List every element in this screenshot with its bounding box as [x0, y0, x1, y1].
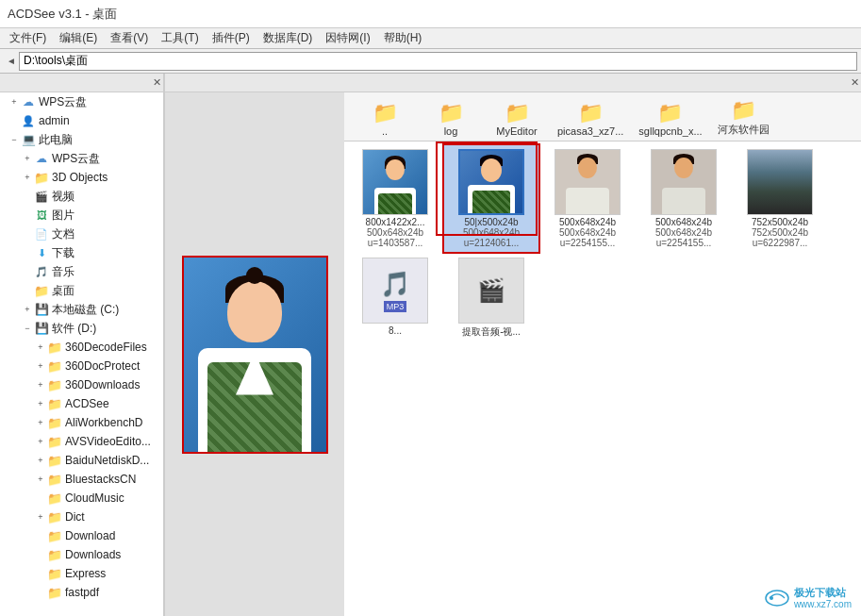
tree-toggle[interactable]: +	[21, 171, 34, 184]
tree-item-3dobjects[interactable]: + 📁 3D Objects	[0, 168, 163, 187]
tree-toggle[interactable]: −	[8, 133, 21, 146]
file-thumbnail: 🎵 MP3	[362, 258, 428, 324]
folder-tab-log[interactable]: 📁 log	[418, 101, 484, 141]
folder-tab-picasa[interactable]: 📁 picasa3_xz7...	[550, 101, 631, 141]
menu-internet[interactable]: 因特网(I)	[320, 28, 375, 48]
tree-toggle[interactable]: +	[34, 416, 47, 429]
tree-toggle[interactable]: +	[34, 454, 47, 467]
tree-toggle[interactable]: +	[8, 95, 21, 108]
file-thumbnail	[555, 149, 621, 215]
preview-area	[165, 92, 344, 616]
menu-view[interactable]: 查看(V)	[105, 28, 154, 48]
file-name: 752x500x24b	[734, 217, 826, 227]
left-panel-close[interactable]: ✕	[153, 76, 161, 89]
tree-toggle[interactable]	[21, 265, 34, 278]
folder-tab-hedong[interactable]: 📁 河东软件园	[710, 98, 777, 141]
tree-toggle[interactable]: +	[34, 378, 47, 391]
tree-toggle[interactable]	[21, 246, 34, 259]
folder-icon: 📁	[47, 472, 62, 487]
tree-item-downloads[interactable]: ⬇ 下载	[0, 243, 163, 262]
menu-edit[interactable]: 编辑(E)	[54, 28, 103, 48]
tree-toggle[interactable]: +	[21, 152, 34, 165]
menu-help[interactable]: 帮助(H)	[378, 28, 428, 48]
file-item[interactable]: 800x1422x2... 500x648x24b u=1403587...	[348, 145, 442, 252]
tree-toggle[interactable]	[21, 284, 34, 297]
tree-item-cloudmusic[interactable]: 📁 CloudMusic	[0, 489, 163, 508]
tree-toggle[interactable]	[8, 114, 21, 127]
tree-item-aliworkbench[interactable]: + 📁 AliWorkbenchD	[0, 413, 163, 432]
tree-item-wps-cloud2[interactable]: + ☁ WPS云盘	[0, 149, 163, 168]
file-item-mp3[interactable]: 🎵 MP3 8...	[348, 254, 442, 342]
tree-toggle[interactable]: +	[34, 341, 47, 354]
tree-toggle[interactable]: +	[34, 397, 47, 410]
tree-toggle[interactable]: +	[34, 473, 47, 486]
tree-toggle[interactable]: +	[34, 359, 47, 373]
right-panel-close[interactable]: ✕	[851, 76, 859, 89]
tree-item-admin[interactable]: 👤 admin	[0, 111, 163, 130]
tree-toggle[interactable]	[21, 208, 34, 222]
tree-toggle[interactable]: +	[34, 510, 47, 524]
file-item[interactable]: 752x500x24b 752x500x24b u=6222987...	[733, 145, 827, 252]
file-size: 500x648x24b	[367, 227, 423, 238]
menu-plugins[interactable]: 插件(P)	[207, 28, 256, 48]
file-item[interactable]: 50|x500x24b 500x648x24b u=2124061...	[444, 145, 538, 252]
file-tree[interactable]: + ☁ WPS云盘 👤 admin − 💻 此电脑 + ☁ WPS云盘	[0, 92, 163, 616]
tree-item-disk-d[interactable]: − 💾 软件 (D:)	[0, 319, 163, 338]
file-size: 500x648x24b	[655, 227, 712, 238]
tree-item-360downloads[interactable]: + 📁 360Downloads	[0, 375, 163, 394]
tree-item-express[interactable]: 📁 Express	[0, 564, 163, 583]
tree-item-videos[interactable]: 🎬 视频	[0, 187, 163, 206]
tree-toggle[interactable]	[34, 529, 47, 542]
file-item-extract[interactable]: 🎬 提取音频-视...	[444, 254, 538, 342]
menu-database[interactable]: 数据库(D)	[257, 28, 319, 48]
tree-item-images[interactable]: 🖼 图片	[0, 206, 163, 225]
file-grid: 800x1422x2... 500x648x24b u=1403587... 5…	[344, 142, 861, 616]
tree-item-fastpdf[interactable]: 📁 fastpdf	[0, 583, 163, 602]
tree-label: 下载	[52, 245, 75, 261]
music-note-icon: 🎵	[380, 270, 410, 299]
tree-toggle[interactable]	[34, 567, 47, 580]
folder-tab-sgll[interactable]: 📁 sgllqpcnb_x...	[631, 101, 709, 141]
back-button[interactable]: ◄	[4, 52, 19, 71]
file-item[interactable]: 500x648x24b 500x648x24b u=2254155...	[637, 145, 731, 252]
tree-item-bluestacks[interactable]: + 📁 BluestacksCN	[0, 470, 163, 489]
menu-tools[interactable]: 工具(T)	[156, 28, 204, 48]
tree-toggle[interactable]	[21, 190, 34, 203]
address-bar[interactable]	[19, 52, 857, 71]
tree-item-desktop[interactable]: 📁 桌面	[0, 281, 163, 300]
cloud-icon: ☁	[34, 151, 49, 166]
tree-item-music[interactable]: 🎵 音乐	[0, 262, 163, 281]
left-panel: ✕ + ☁ WPS云盘 👤 admin − 💻 此电脑 +	[0, 74, 165, 616]
tree-item-computer[interactable]: − 💻 此电脑	[0, 130, 163, 149]
tree-item-wps-cloud[interactable]: + ☁ WPS云盘	[0, 92, 163, 111]
doc-icon: 📄	[34, 226, 49, 241]
tree-item-acdsee[interactable]: + 📁 ACDSee	[0, 394, 163, 413]
watermark-url: www.xz7.com	[794, 599, 852, 610]
tree-toggle[interactable]	[34, 586, 47, 599]
folder-icon: 📁	[47, 415, 62, 430]
tree-toggle[interactable]	[34, 548, 47, 561]
tree-item-docs[interactable]: 📄 文档	[0, 225, 163, 243]
folder-icon: 📁	[47, 396, 62, 411]
tree-item-avsvideo[interactable]: + 📁 AVSVideoEdito...	[0, 432, 163, 451]
mp3-label: MP3	[384, 301, 407, 312]
tree-toggle[interactable]: +	[21, 303, 34, 316]
menu-file[interactable]: 文件(F)	[4, 28, 52, 48]
tree-item-download[interactable]: 📁 Download	[0, 526, 163, 545]
folder-icon-large: 📁	[731, 98, 756, 123]
tree-item-360doc[interactable]: + 📁 360DocProtect	[0, 357, 163, 375]
tree-toggle[interactable]	[21, 227, 34, 241]
tree-item-disk-c[interactable]: + 💾 本地磁盘 (C:)	[0, 300, 163, 319]
tree-item-baidunetdisk[interactable]: + 📁 BaiduNetdiskD...	[0, 451, 163, 470]
tree-toggle[interactable]	[34, 491, 47, 505]
folder-tab-myeditor[interactable]: 📁 MyEditor	[484, 101, 550, 141]
tree-label: 音乐	[52, 264, 75, 280]
tree-toggle[interactable]: +	[34, 435, 47, 448]
tree-toggle[interactable]: −	[21, 322, 34, 335]
tree-item-downloads-folder[interactable]: 📁 Downloads	[0, 545, 163, 564]
tree-label: WPS云盘	[39, 94, 87, 110]
tree-item-dict[interactable]: + 📁 Dict	[0, 508, 163, 526]
folder-tab-parent[interactable]: 📁 ..	[352, 101, 418, 141]
file-item[interactable]: 500x648x24b 500x648x24b u=2254155...	[540, 145, 635, 252]
tree-item-360decode[interactable]: + 📁 360DecodeFiles	[0, 338, 163, 357]
